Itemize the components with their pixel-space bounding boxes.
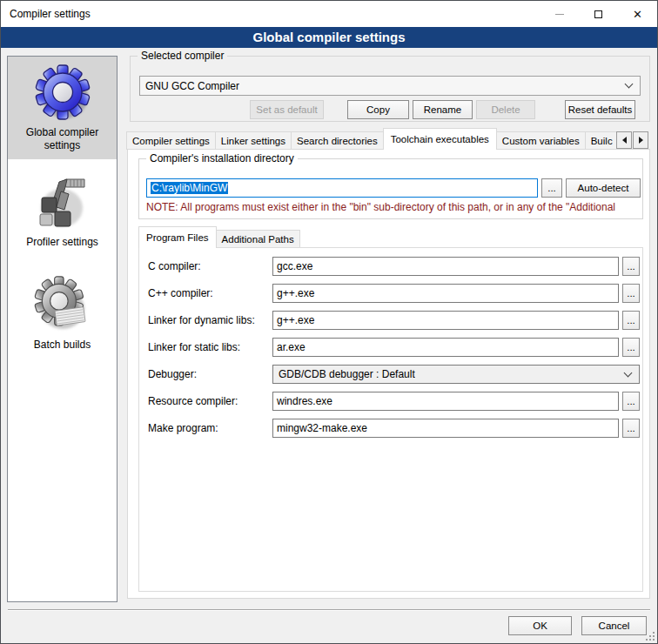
resource-compiler-browse-button[interactable]: ... bbox=[622, 392, 640, 411]
dialog-content: Global compiler settings Profiler settin… bbox=[1, 48, 657, 643]
tab-scroll bbox=[616, 131, 648, 149]
field-value: g++.exe bbox=[277, 314, 314, 326]
titlebar[interactable]: Compiler settings ✕ bbox=[1, 1, 657, 27]
blue-gear-icon bbox=[34, 64, 91, 124]
compiler-actions: Set as defaultCopyRenameDeleteReset defa… bbox=[139, 100, 635, 119]
program-files-tabs: Program FilesAdditional Paths bbox=[138, 226, 643, 248]
field-value: mingw32-make.exe bbox=[277, 422, 367, 434]
chevron-down-icon bbox=[625, 80, 634, 89]
installation-directory-group: Compiler's installation directory C:\ray… bbox=[138, 158, 643, 219]
page-title-text: Global compiler settings bbox=[252, 30, 405, 44]
field-value: ar.exe bbox=[277, 341, 306, 353]
field-label: Debugger: bbox=[148, 368, 269, 380]
field-row: C compiler:gcc.exe... bbox=[148, 257, 634, 276]
reset-defaults-button[interactable]: Reset defaults bbox=[565, 100, 635, 119]
subtab-additional-paths[interactable]: Additional Paths bbox=[216, 230, 300, 248]
linker-for-static-libs-browse-button[interactable]: ... bbox=[622, 338, 640, 357]
sidebar-item-label: Batch builds bbox=[15, 339, 111, 352]
field-label: Make program: bbox=[148, 422, 269, 434]
cancel-button[interactable]: Cancel bbox=[581, 616, 647, 635]
tab-search-directories[interactable]: Search directories bbox=[291, 131, 384, 150]
minimize-icon[interactable] bbox=[540, 1, 579, 27]
sidebar-item-batch-builds[interactable]: Batch builds bbox=[8, 262, 117, 365]
window-title: Compiler settings bbox=[1, 8, 540, 20]
resource-compiler-input[interactable]: windres.exe bbox=[272, 392, 619, 411]
sidebar-item-profiler-settings[interactable]: Profiler settings bbox=[8, 159, 117, 262]
c-compiler-input[interactable]: gcc.exe bbox=[272, 257, 619, 276]
program-files-page: C compiler:gcc.exe...C++ compiler:g++.ex… bbox=[138, 247, 643, 592]
tab-toolchain-executables[interactable]: Toolchain executables bbox=[383, 128, 497, 150]
copy-button[interactable]: Copy bbox=[347, 100, 409, 119]
rename-button[interactable]: Rename bbox=[413, 100, 473, 119]
page-title: Global compiler settings bbox=[1, 27, 657, 48]
close-icon[interactable]: ✕ bbox=[618, 1, 657, 27]
left-arrow-icon bbox=[622, 137, 627, 144]
field-row: C++ compiler:g++.exe... bbox=[148, 284, 634, 303]
linker-for-dynamic-libs-browse-button[interactable]: ... bbox=[622, 311, 640, 330]
make-program-input[interactable]: mingw32-make.exe bbox=[272, 419, 619, 438]
install-dir-value: C:\raylib\MinGW bbox=[151, 182, 228, 194]
settings-panel: Selected compiler GNU GCC Compiler Set a… bbox=[126, 56, 650, 599]
compiler-select[interactable]: GNU GCC Compiler bbox=[139, 76, 641, 96]
footer-buttons: OK Cancel bbox=[508, 616, 647, 635]
batch-builds-icon bbox=[34, 276, 91, 337]
field-value: g++.exe bbox=[277, 287, 314, 299]
subtab-program-files[interactable]: Program Files bbox=[138, 226, 217, 248]
main-tabs: Compiler settingsLinker settingsSearch d… bbox=[126, 128, 648, 150]
linker-for-dynamic-libs-input[interactable]: g++.exe bbox=[272, 311, 619, 330]
autodetect-button[interactable]: Auto-detect bbox=[566, 178, 641, 198]
installation-directory-group-label: Compiler's installation directory bbox=[146, 152, 298, 164]
right-arrow-icon bbox=[639, 137, 643, 144]
tab-linker-settings[interactable]: Linker settings bbox=[215, 131, 292, 150]
combo-value: GDB/CDB debugger : Default bbox=[279, 368, 415, 380]
field-row: Linker for dynamic libs:g++.exe... bbox=[148, 311, 634, 330]
settings-category-list: Global compiler settings Profiler settin… bbox=[7, 56, 118, 602]
sidebar-item-label: Profiler settings bbox=[15, 236, 111, 249]
profiler-icon bbox=[34, 173, 91, 234]
field-row: Make program:mingw32-make.exe... bbox=[148, 419, 634, 438]
field-row: Resource compiler:windres.exe... bbox=[148, 392, 634, 411]
compiler-settings-dialog: Compiler settings ✕ Global compiler sett… bbox=[0, 0, 658, 644]
selected-compiler-group: Selected compiler GNU GCC Compiler Set a… bbox=[130, 56, 650, 122]
field-label: C++ compiler: bbox=[148, 287, 269, 299]
window-controls: ✕ bbox=[540, 1, 657, 27]
maximize-icon[interactable] bbox=[579, 1, 618, 27]
resize-grip[interactable] bbox=[646, 632, 655, 641]
field-value: windres.exe bbox=[277, 395, 332, 407]
field-label: Linker for static libs: bbox=[148, 341, 269, 353]
ok-button[interactable]: OK bbox=[508, 616, 572, 635]
delete-button[interactable]: Delete bbox=[476, 100, 535, 119]
field-row: Debugger:GDB/CDB debugger : Default bbox=[148, 365, 634, 384]
linker-for-static-libs-input[interactable]: ar.exe bbox=[272, 338, 619, 357]
tab-compiler-settings[interactable]: Compiler settings bbox=[126, 131, 216, 150]
set-as-default-button[interactable]: Set as default bbox=[250, 100, 324, 119]
field-label: Resource compiler: bbox=[148, 395, 269, 407]
compiler-select-value: GNU GCC Compiler bbox=[145, 80, 239, 92]
c-compiler-browse-button[interactable]: ... bbox=[622, 257, 640, 276]
cpp-compiler-browse-button[interactable]: ... bbox=[622, 284, 640, 303]
field-value: gcc.exe bbox=[277, 260, 312, 272]
selected-compiler-group-label: Selected compiler bbox=[138, 50, 227, 62]
tab-scroll-left-button[interactable] bbox=[616, 131, 632, 149]
toolchain-executables-page: Compiler's installation directory C:\ray… bbox=[127, 149, 650, 599]
footer-separator bbox=[8, 609, 650, 611]
field-row: Linker for static libs:ar.exe... bbox=[148, 338, 634, 357]
sidebar-item-label: Global compiler settings bbox=[15, 126, 111, 152]
tab-scroll-right-button[interactable] bbox=[633, 131, 648, 149]
note-text: NOTE: All programs must exist either in … bbox=[146, 201, 642, 213]
debugger-select[interactable]: GDB/CDB debugger : Default bbox=[272, 365, 640, 384]
make-program-browse-button[interactable]: ... bbox=[622, 419, 640, 438]
install-dir-input[interactable]: C:\raylib\MinGW bbox=[146, 178, 538, 198]
install-dir-browse-button[interactable]: ... bbox=[541, 178, 562, 198]
tab-builc[interactable]: Builc bbox=[585, 131, 619, 150]
installation-directory-row: C:\raylib\MinGW ... Auto-detect bbox=[146, 178, 641, 198]
field-label: Linker for dynamic libs: bbox=[148, 314, 269, 326]
field-label: C compiler: bbox=[148, 260, 269, 272]
sidebar-item-global-compiler-settings[interactable]: Global compiler settings bbox=[8, 57, 117, 159]
chevron-down-icon bbox=[624, 368, 633, 377]
tab-custom-variables[interactable]: Custom variables bbox=[496, 131, 586, 150]
cpp-compiler-input[interactable]: g++.exe bbox=[272, 284, 619, 303]
